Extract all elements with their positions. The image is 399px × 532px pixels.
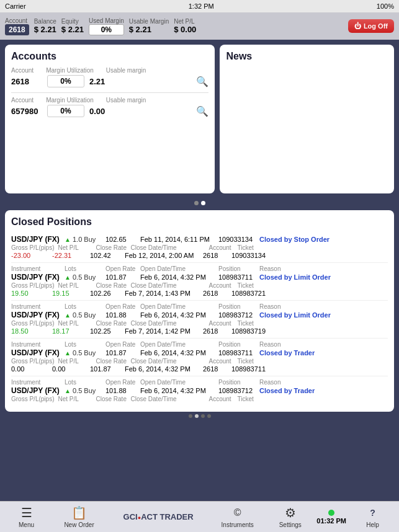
nav-center-brand: GCI●ACT TRADER	[105, 512, 211, 521]
nav-settings-label: Settings	[279, 521, 302, 528]
page-dots	[5, 198, 394, 208]
pos1-close-dt: Feb 12, 2014, 2:00 AM	[125, 252, 199, 259]
bdot-4	[207, 414, 211, 418]
settings-icon: ⚙	[283, 505, 298, 520]
menu-icon: ☰	[19, 505, 34, 520]
pos2-ticket: 108983721	[231, 290, 266, 297]
nav-instruments[interactable]: © Instruments	[211, 505, 264, 528]
main-content: Accounts Account Margin Utilization Usab…	[0, 40, 399, 424]
dot-2	[201, 201, 205, 205]
news-panel: News	[220, 45, 394, 193]
pos4-row2: 0.00 0.00 101.87 Feb 6, 2014, 4:32 PM 26…	[11, 365, 388, 373]
pos3-close-rate: 102.25	[90, 327, 121, 335]
nav-help-label: Help	[366, 521, 379, 528]
pos3-row1: USD/JPY (FX) ▲ 0.5 Buy 101.88 Feb 6, 201…	[11, 311, 388, 319]
pos4-instrument: USD/JPY (FX)	[11, 348, 61, 357]
equity-label: Equity	[61, 18, 84, 25]
bdot-2	[195, 414, 199, 418]
usable-col-label: Usable margin	[106, 67, 146, 74]
pos2-open-rate: 101.87	[105, 273, 137, 281]
nav-status-time: 01:32 PM	[316, 510, 346, 525]
net-pl-section: Net P/L $ 0.00	[174, 18, 196, 34]
pos1-instrument: USD/JPY (FX)	[11, 235, 61, 244]
pos5-open-dt: Feb 6, 2014, 4:32 PM	[140, 387, 215, 394]
pos2-lots: ▲ 0.5 Buy	[65, 273, 102, 281]
account-col-label-2: Account	[11, 97, 34, 104]
account-num-1: 2618	[11, 77, 42, 86]
pos5-reason: Closed by Trader	[259, 387, 315, 394]
closed-positions-title: Closed Positions	[11, 216, 388, 228]
nav-instruments-label: Instruments	[222, 521, 254, 528]
pos4-row1: USD/JPY (FX) ▲ 0.5 Buy 101.87 Feb 6, 201…	[11, 348, 388, 357]
search-icon-1[interactable]: 🔍	[196, 76, 208, 87]
pos4-net: 0.00	[52, 365, 86, 373]
pos4-open-rate: 101.87	[105, 349, 137, 357]
pos1-account: 2618	[203, 252, 228, 259]
pos4-ticket1: 108983711	[218, 349, 256, 357]
margin-util-input-1[interactable]	[47, 75, 84, 87]
dot-1	[194, 201, 199, 205]
help-icon: ?	[365, 505, 380, 520]
pos1-reason: Closed by Stop Order	[259, 236, 330, 243]
margin-util-input-2[interactable]	[47, 105, 84, 117]
log-off-button[interactable]: ⏻ Log Off	[348, 19, 394, 33]
margin-util-col-label: Margin Utilization	[46, 67, 94, 74]
pos4-close-rate: 101.87	[90, 365, 121, 373]
position-entry-3: Instrument Lots Open Rate Open Date/Time…	[11, 301, 388, 339]
power-icon: ⏻	[354, 22, 361, 30]
carrier-label: Carrier	[5, 2, 26, 10]
account-col-label: Account	[11, 67, 34, 74]
account-num-2: 657980	[11, 107, 42, 116]
account-row-1: Account Margin Utilization Usable margin…	[11, 67, 208, 87]
used-margin-label: Used Margin	[89, 17, 124, 24]
account-number: 2618	[5, 24, 29, 35]
nav-menu[interactable]: ☰ Menu	[0, 505, 53, 528]
pos1-row2: -23.00 -22.31 102.42 Feb 12, 2014, 2:00 …	[11, 252, 388, 259]
usable-val-1: 2.21	[89, 77, 105, 86]
balance-value: $ 2.21	[34, 25, 56, 34]
pos4-ticket: 108983711	[231, 365, 266, 373]
pos2-labels2: Gross P/L(pips) Net P/L Close Rate Close…	[11, 282, 388, 289]
usable-margin-section: Usable Margin $ 2.21	[129, 18, 169, 34]
search-icon-2[interactable]: 🔍	[196, 105, 208, 117]
pos2-close-dt: Feb 7, 2014, 1:43 PM	[125, 290, 199, 297]
pos3-account: 2618	[203, 327, 228, 335]
nav-help[interactable]: ? Help	[346, 505, 399, 528]
position-entry-2: Instrument Lots Open Rate Open Date/Time…	[11, 263, 388, 301]
pos2-net: 19.15	[52, 290, 86, 297]
pos4-reason: Closed by Trader	[259, 349, 315, 357]
position-entry-5: Instrument Lots Open Rate Open Date/Time…	[11, 376, 388, 406]
pos2-account: 2618	[203, 290, 228, 297]
new-order-icon: 📋	[72, 505, 87, 520]
pos5-open-rate: 101.88	[105, 387, 137, 394]
pos2-close-rate: 102.26	[90, 290, 121, 297]
pos3-reason: Closed by Limit Order	[259, 311, 331, 319]
account-label: Account	[5, 17, 29, 24]
pos4-lots: ▲ 0.5 Buy	[65, 349, 102, 357]
pos2-row2: 19.50 19.15 102.26 Feb 7, 2014, 1:43 PM …	[11, 290, 388, 297]
brand-text: GCI●ACT TRADER	[105, 512, 211, 521]
pos1-gross: -23.00	[11, 252, 48, 259]
pos3-labels1: Instrument Lots Open Rate Open Date/Time…	[11, 303, 388, 310]
connection-status-dot	[328, 510, 334, 516]
position-entry-1: USD/JPY (FX) ▲ 1.0 Buy 102.65 Feb 11, 20…	[11, 233, 388, 263]
status-bar: Carrier 1:32 PM 100%	[0, 0, 399, 12]
pos1-open-rate: 102.65	[105, 236, 137, 243]
account-row-2: Account Margin Utilization Usable margin…	[11, 97, 208, 117]
account-row1-header: Account Margin Utilization Usable margin	[11, 67, 208, 74]
nav-settings[interactable]: ⚙ Settings	[264, 505, 316, 528]
bdot-1	[189, 414, 192, 418]
nav-new-order[interactable]: 📋 New Order	[53, 505, 105, 528]
margin-util-col-label-2: Margin Utilization	[46, 97, 94, 104]
log-off-label: Log Off	[364, 22, 388, 30]
pos3-gross: 18.50	[11, 327, 48, 335]
pos4-gross: 0.00	[11, 365, 48, 373]
used-margin-value: 0%	[89, 24, 124, 35]
pos5-ticket1: 108983712	[218, 387, 256, 394]
nav-menu-label: Menu	[19, 521, 34, 528]
top-panels: Accounts Account Margin Utilization Usab…	[5, 45, 394, 193]
instruments-icon: ©	[230, 505, 245, 520]
pos1-open-dt: Feb 11, 2014, 6:11 PM	[140, 236, 215, 243]
pos1-close-rate: 102.42	[90, 252, 121, 259]
bdot-3	[201, 414, 205, 418]
